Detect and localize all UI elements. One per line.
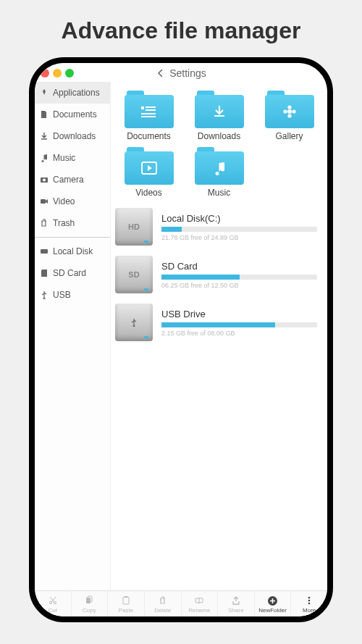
toolbar-cut-button[interactable]: Cut — [35, 591, 72, 616]
toolbar-more-button[interactable]: More — [291, 591, 327, 616]
svg-point-1 — [43, 179, 46, 182]
sidebar-item-label: Music — [53, 153, 75, 163]
toolbar-rename-button[interactable]: Rename — [182, 591, 219, 616]
plus-icon — [267, 595, 279, 606]
drive-free-text: 21.78 GB free of 24.89 GB — [161, 234, 317, 241]
window-controls — [41, 69, 74, 78]
sidebar-item-label: Video — [53, 196, 75, 206]
svg-rect-7 — [141, 113, 156, 114]
trash-icon — [39, 219, 49, 228]
svg-point-11 — [287, 114, 291, 117]
sidebar-item-label: Local Disk — [53, 246, 93, 256]
folder-grid: DocumentsDownloadsGalleryVideosMusic — [115, 91, 323, 198]
share-icon — [230, 595, 242, 606]
svg-point-12 — [283, 109, 287, 113]
copy-icon — [83, 595, 95, 606]
clipboard-icon — [120, 595, 132, 606]
folder-documents[interactable]: Documents — [115, 91, 182, 141]
sd-icon — [39, 269, 49, 278]
folder-label: Gallery — [275, 131, 303, 141]
drive-c[interactable]: HD Local Disk(C:) 21.78 GB free of 24.89… — [115, 208, 323, 246]
usb-icon — [130, 318, 138, 327]
rocket-icon — [39, 88, 49, 98]
sidebar-item-localdisk[interactable]: Local Disk — [35, 241, 110, 262]
toolbar-share-button[interactable]: Share — [218, 591, 255, 616]
sidebar-item-sdcard[interactable]: SD Card — [35, 262, 110, 284]
sidebar-item-label: Camera — [53, 175, 84, 185]
sidebar-item-label: Applications — [53, 88, 100, 98]
drive-icon: SD — [115, 256, 153, 293]
download-icon — [39, 132, 49, 141]
video-icon — [39, 197, 49, 206]
svg-point-9 — [287, 109, 292, 114]
folder-videos[interactable]: Videos — [115, 147, 182, 198]
window-maximize-icon[interactable] — [65, 69, 74, 78]
app-header: Settings — [35, 63, 327, 82]
sidebar-item-video[interactable]: Video — [35, 191, 110, 212]
sidebar-item-usb[interactable]: USB — [35, 284, 110, 306]
sidebar-item-label: Trash — [53, 218, 75, 228]
folder-music[interactable]: Music — [185, 147, 253, 198]
sidebar-item-camera[interactable]: Camera — [35, 169, 110, 191]
window-minimize-icon[interactable] — [53, 69, 62, 78]
sidebar-item-documents[interactable]: Documents — [35, 104, 110, 125]
drive-icon: HD — [115, 208, 153, 246]
phone-frame: Settings ApplicationsDocumentsDownloadsM… — [29, 57, 333, 622]
doc-icon — [39, 110, 49, 120]
sidebar-item-downloads[interactable]: Downloads — [35, 125, 110, 147]
drive-usb[interactable]: USB Drive 2.15 GB free of 08.00 GB — [115, 304, 323, 341]
sidebar-item-label: USB — [53, 290, 71, 300]
music-icon — [39, 154, 49, 163]
folder-downloads[interactable]: Downloads — [185, 91, 253, 141]
toolbar-label: Copy — [83, 607, 96, 614]
folder-label: Downloads — [198, 131, 240, 141]
svg-rect-17 — [86, 598, 90, 603]
sidebar-item-trash[interactable]: Trash — [35, 212, 110, 234]
folder-icon — [125, 147, 174, 185]
back-chevron-icon[interactable] — [156, 69, 165, 78]
drive-list: HD Local Disk(C:) 21.78 GB free of 24.89… — [115, 208, 323, 341]
drive-free-text: 06.25 GB free of 12.50 GB — [161, 282, 317, 289]
sidebar-divider — [35, 237, 110, 238]
svg-rect-19 — [123, 597, 129, 604]
play-icon — [140, 161, 158, 175]
sidebar-item-applications[interactable]: Applications — [35, 82, 110, 104]
drive-usage-fill — [161, 275, 240, 280]
folder-icon — [125, 91, 174, 128]
toolbar-paste-button[interactable]: Paste — [108, 591, 145, 616]
drive-free-text: 2.15 GB free of 08.00 GB — [161, 330, 317, 337]
page-heading: Advance file manager — [0, 0, 362, 57]
folder-gallery[interactable]: Gallery — [256, 91, 323, 141]
toolbar-delete-button[interactable]: Delete — [145, 591, 182, 616]
toolbar-newfolder-button[interactable]: NewFolder — [255, 591, 292, 616]
drive-icon — [115, 304, 153, 341]
toolbar-label: Cut — [49, 607, 57, 614]
rename-icon — [193, 595, 205, 606]
drive-usage-fill — [161, 322, 275, 327]
svg-point-23 — [308, 597, 311, 599]
sidebar-item-music[interactable]: Music — [35, 147, 110, 169]
dots-icon — [303, 595, 315, 606]
svg-point-25 — [308, 603, 311, 605]
disk-icon — [39, 247, 49, 256]
content: ApplicationsDocumentsDownloadsMusicCamer… — [35, 82, 327, 590]
header-title: Settings — [169, 67, 206, 79]
window-close-icon[interactable] — [41, 69, 49, 78]
svg-rect-3 — [41, 249, 48, 254]
svg-rect-2 — [41, 199, 46, 204]
sidebar-item-label: Documents — [53, 109, 97, 120]
music-icon — [211, 160, 227, 176]
folder-label: Videos — [135, 188, 161, 198]
svg-rect-20 — [125, 596, 127, 598]
svg-rect-4 — [141, 106, 144, 109]
drive-name: USB Drive — [161, 309, 317, 319]
toolbar-label: Paste — [119, 607, 133, 614]
scissors-icon — [47, 595, 59, 606]
sidebar-item-label: SD Card — [53, 268, 86, 278]
list-icon — [140, 104, 159, 119]
toolbar-label: Share — [228, 607, 243, 614]
toolbar-copy-button[interactable]: Copy — [72, 591, 109, 616]
folder-label: Music — [208, 188, 230, 198]
drive-sd[interactable]: SD SD Card 06.25 GB free of 12.50 GB — [115, 256, 323, 293]
folder-icon — [265, 91, 314, 128]
